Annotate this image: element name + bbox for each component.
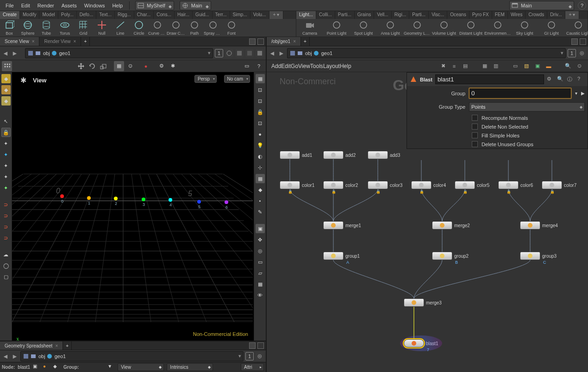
checkbox[interactable] — [472, 124, 478, 130]
shelf-tab[interactable]: Volu... — [250, 11, 269, 19]
magnet2-icon[interactable]: ⊃ — [1, 211, 11, 220]
tool4-icon[interactable]: ✦ — [1, 172, 11, 181]
shelf-tool-gi-light[interactable]: GI Light — [538, 19, 565, 37]
tab-geometry-spreadsheet[interactable]: Geometry Spreadsheet× — [0, 341, 63, 350]
shelf-tool-spot-light[interactable]: Spot Light — [350, 19, 377, 37]
tab-render-view[interactable]: Render View× — [39, 37, 81, 46]
align-icon[interactable]: ▱ — [256, 268, 265, 278]
shelf-tab[interactable]: Simp... — [230, 11, 250, 19]
menu-edit[interactable]: Edit — [18, 1, 34, 10]
netmenu-help[interactable]: Help — [340, 63, 351, 69]
display-icon[interactable]: ▦ — [256, 74, 265, 83]
magnet3-icon[interactable]: ⊃ — [1, 222, 11, 231]
shelf-tab[interactable]: Parti... — [335, 11, 355, 19]
shelf-tool-distant-light[interactable]: Distant Light — [457, 19, 484, 37]
gear-icon[interactable]: ⚙ — [547, 76, 554, 83]
view2-icon[interactable]: ▥ — [492, 62, 500, 70]
dot-icon[interactable]: • — [256, 196, 265, 205]
node-add1[interactable]: add1 — [280, 151, 312, 159]
forward-icon[interactable]: ► — [11, 50, 19, 57]
netmenu-view[interactable]: View — [298, 63, 310, 69]
shelf-tab[interactable]: Colli... — [316, 11, 335, 19]
help-icon[interactable]: ? — [577, 76, 585, 83]
cloud-icon[interactable]: ☁ — [1, 250, 11, 259]
lasso-tool-icon[interactable]: ◆ — [1, 85, 11, 94]
shelf-tool-line[interactable]: Line — [111, 19, 130, 37]
mode2-icon[interactable]: ● — [43, 364, 50, 371]
checkbox[interactable] — [472, 141, 478, 147]
pointer-icon[interactable]: ↖ — [1, 117, 11, 126]
light-icon[interactable]: 💡 — [256, 141, 265, 150]
shelf-tool-environment-light[interactable]: Environment Light — [484, 19, 511, 37]
node-color1[interactable]: color1🔒 — [280, 181, 314, 189]
pin-icon[interactable]: ◎ — [256, 352, 264, 360]
shelf-tool-tube[interactable]: Tube — [37, 19, 56, 37]
node-group3[interactable]: group3C — [520, 252, 557, 260]
shelf-tool-area-light[interactable]: Area Light — [377, 19, 404, 37]
shelf-tab[interactable]: Wires — [508, 11, 526, 19]
shelf-tab[interactable]: Crowds — [525, 11, 547, 19]
path-crumbs[interactable]: obj geo1 ▾ — [287, 48, 566, 58]
scale-icon[interactable] — [98, 61, 108, 71]
node-name-field[interactable] — [435, 74, 544, 84]
view2-icon[interactable] — [245, 49, 254, 57]
node-add2[interactable]: add2 — [323, 151, 356, 159]
shelf-tab[interactable]: Light... — [296, 11, 316, 19]
close-icon[interactable]: × — [32, 39, 35, 44]
forward-icon[interactable]: ► — [278, 50, 285, 57]
path-crumbs[interactable]: obj geo1 ▾ — [25, 48, 213, 58]
select-button-icon[interactable]: ▶ — [581, 91, 585, 96]
pane-menu-icon[interactable] — [580, 38, 586, 45]
view-icon[interactable] — [235, 49, 244, 57]
shelf-tab[interactable]: Modify — [20, 11, 39, 19]
lock-icon[interactable]: 🔒 — [1, 128, 11, 137]
back-icon[interactable]: ◄ — [2, 50, 9, 57]
lock-icon[interactable]: 🔒 — [256, 107, 265, 117]
attr-dropdown[interactable]: Attri▸ — [241, 363, 264, 371]
node-color7[interactable]: color7🔒 — [542, 181, 576, 189]
color-icon[interactable]: ▬ — [544, 62, 553, 70]
take-button[interactable]: 1 — [568, 49, 576, 57]
close-icon[interactable]: × — [293, 39, 296, 44]
snap-point-icon[interactable]: ⊙ — [125, 61, 135, 71]
shelf-tool-spray-paint[interactable]: Spray Paint — [204, 19, 222, 37]
shelf-tab[interactable]: Char... — [134, 11, 154, 19]
menu-windows[interactable]: Windows — [81, 1, 109, 10]
filter-icon[interactable]: ▼ — [107, 364, 115, 371]
tool3-icon[interactable]: ✦ — [1, 161, 11, 170]
grid-menu-icon[interactable] — [2, 61, 12, 71]
grid-icon[interactable]: ▦ — [256, 279, 265, 289]
pin-icon[interactable]: ◎ — [578, 49, 586, 57]
sticky-icon[interactable]: ▧ — [522, 62, 531, 70]
wire-icon[interactable]: ▦ — [256, 174, 265, 183]
shelf-tab[interactable]: Grains — [355, 11, 374, 19]
node-merge4[interactable]: merge4 — [520, 221, 558, 229]
snap-grid-icon[interactable]: ▦ — [114, 61, 124, 71]
shelf-tab[interactable]: Driv... — [547, 11, 565, 19]
node-add3[interactable]: add3 — [368, 151, 400, 159]
take-button[interactable]: 1 — [245, 352, 254, 360]
bone-icon[interactable]: ⊹ — [256, 163, 265, 172]
shelf-tool-caustic-light[interactable]: Caustic Light — [565, 19, 588, 37]
tool1-icon[interactable]: ✦ — [1, 139, 11, 148]
intrinsics-dropdown[interactable]: Intrinsics◆ — [167, 363, 213, 371]
add-shelf-button[interactable]: + ▾ — [565, 11, 580, 19]
tab-network[interactable]: /obj/geo1× — [267, 37, 301, 46]
camera-nocam-dropdown[interactable]: No cam▾ — [224, 75, 250, 83]
dropdown-icon[interactable]: ▾ — [575, 91, 577, 96]
shelf-tool-camera[interactable]: Camera — [296, 19, 323, 37]
shelf-tab[interactable]: Pyro FX — [469, 11, 492, 19]
menu-assets[interactable]: Assets — [58, 1, 81, 10]
magnet-icon[interactable]: ⊃ — [1, 200, 11, 209]
measure-icon[interactable]: ▭ — [256, 257, 265, 267]
menu-render[interactable]: Render — [34, 1, 58, 10]
help-icon[interactable]: ? — [254, 61, 264, 71]
mode1-icon[interactable]: ▣ — [33, 364, 40, 371]
wrench-icon[interactable]: ✖ — [439, 62, 447, 70]
shelf-tool-curve-bezier[interactable]: Curve Bezier — [148, 19, 167, 37]
shelf-tool-draw-curve[interactable]: Draw Curve — [167, 19, 185, 37]
shelf-tab[interactable]: Create — [0, 11, 20, 19]
shelf-tool-path[interactable]: Path — [185, 19, 204, 37]
netmenu-go[interactable]: Go — [291, 63, 298, 69]
gear-icon[interactable]: ⚙ — [156, 61, 167, 71]
